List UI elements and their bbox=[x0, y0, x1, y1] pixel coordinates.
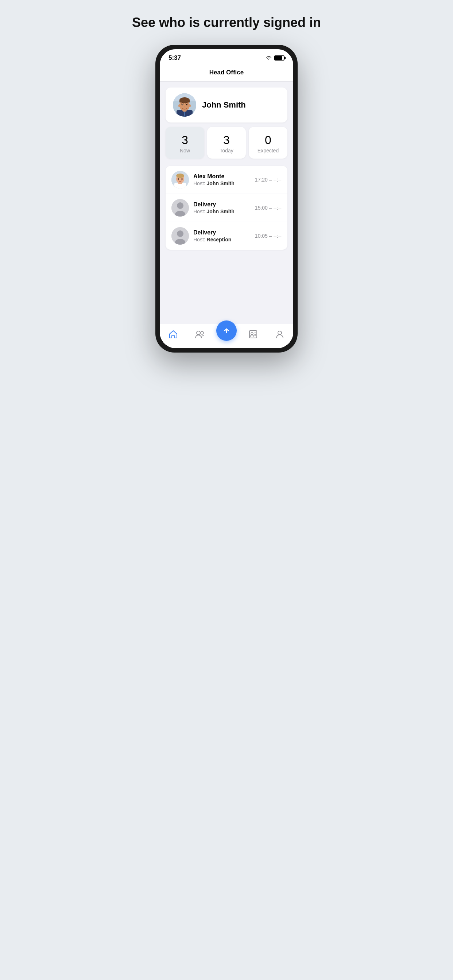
app-content: Head Office bbox=[160, 65, 293, 348]
svg-point-13 bbox=[188, 104, 191, 107]
battery-icon bbox=[274, 56, 284, 60]
visitor-name: Delivery bbox=[193, 229, 250, 236]
stat-card-expected[interactable]: 0 Expected bbox=[249, 127, 287, 159]
svg-rect-7 bbox=[179, 100, 190, 102]
tab-bar bbox=[160, 324, 293, 348]
svg-point-11 bbox=[187, 104, 187, 105]
status-icons bbox=[266, 56, 284, 60]
visitor-name: Alex Monte bbox=[193, 173, 250, 180]
visitor-info-alex: Alex Monte Host: John Smith bbox=[193, 173, 250, 186]
list-item[interactable]: Delivery Host: John Smith 15:00 – --:-- bbox=[166, 194, 287, 222]
svg-point-28 bbox=[201, 331, 204, 334]
fab-button[interactable] bbox=[216, 320, 237, 341]
svg-point-31 bbox=[278, 331, 282, 335]
visitor-info-delivery2: Delivery Host: Reception bbox=[193, 229, 250, 242]
svg-point-25 bbox=[177, 231, 183, 237]
stat-expected-value: 0 bbox=[252, 134, 284, 147]
status-time: 5:37 bbox=[169, 54, 181, 62]
list-item[interactable]: Alex Monte Host: John Smith 17:20 – --:-… bbox=[166, 166, 287, 194]
stat-now-label: Now bbox=[169, 148, 201, 153]
stat-now-value: 3 bbox=[169, 134, 201, 147]
wifi-icon bbox=[266, 56, 272, 60]
visitors-icon bbox=[195, 329, 205, 339]
stat-today-value: 3 bbox=[211, 134, 242, 147]
user-card[interactable]: John Smith bbox=[166, 88, 287, 123]
tab-profile[interactable] bbox=[266, 329, 293, 339]
visitor-avatar-delivery1 bbox=[171, 199, 189, 216]
stats-row: 3 Now 3 Today 0 Expected bbox=[166, 127, 287, 159]
visitor-time: 10:05 – --:-- bbox=[255, 233, 282, 239]
svg-point-10 bbox=[182, 104, 183, 105]
visitor-info-delivery1: Delivery Host: John Smith bbox=[193, 201, 250, 215]
stat-today-label: Today bbox=[211, 148, 242, 153]
visitor-name: Delivery bbox=[193, 201, 250, 208]
user-name: John Smith bbox=[202, 100, 246, 110]
visitor-avatar-alex bbox=[171, 171, 189, 188]
visitor-avatar-delivery2 bbox=[171, 227, 189, 245]
svg-point-18 bbox=[176, 173, 184, 178]
svg-point-20 bbox=[181, 178, 183, 180]
profile-icon bbox=[274, 329, 285, 339]
phone-frame: 5:37 Head Office bbox=[155, 45, 298, 353]
svg-point-22 bbox=[177, 202, 183, 209]
tab-visitors[interactable] bbox=[187, 329, 213, 339]
tab-fab[interactable] bbox=[213, 328, 239, 341]
status-bar: 5:37 bbox=[160, 49, 293, 65]
svg-point-9 bbox=[186, 104, 188, 105]
home-icon bbox=[168, 329, 179, 339]
page-title: See who is currently signed in bbox=[132, 14, 321, 30]
tab-home[interactable] bbox=[160, 329, 187, 339]
svg-point-30 bbox=[251, 332, 253, 335]
stat-expected-label: Expected bbox=[252, 148, 284, 153]
stat-card-now[interactable]: 3 Now bbox=[166, 127, 204, 159]
visitor-list: Alex Monte Host: John Smith 17:20 – --:-… bbox=[166, 166, 287, 250]
svg-point-8 bbox=[182, 104, 183, 105]
tab-directory[interactable] bbox=[240, 329, 266, 339]
directory-icon bbox=[248, 329, 258, 339]
visitor-time: 15:00 – --:-- bbox=[255, 205, 282, 211]
stat-card-today[interactable]: 3 Today bbox=[207, 127, 246, 159]
phone-screen: 5:37 Head Office bbox=[160, 49, 293, 348]
visitor-host: Host: Reception bbox=[193, 237, 250, 242]
visitor-host: Host: John Smith bbox=[193, 180, 250, 186]
visitor-time: 17:20 – --:-- bbox=[255, 177, 282, 183]
list-item[interactable]: Delivery Host: Reception 10:05 – --:-- bbox=[166, 222, 287, 250]
svg-point-19 bbox=[178, 178, 179, 180]
svg-point-12 bbox=[179, 104, 180, 107]
visitor-host: Host: John Smith bbox=[193, 208, 250, 215]
nav-title-bar: Head Office bbox=[160, 65, 293, 82]
avatar bbox=[173, 93, 196, 117]
svg-point-27 bbox=[196, 331, 200, 335]
nav-title: Head Office bbox=[209, 69, 244, 76]
